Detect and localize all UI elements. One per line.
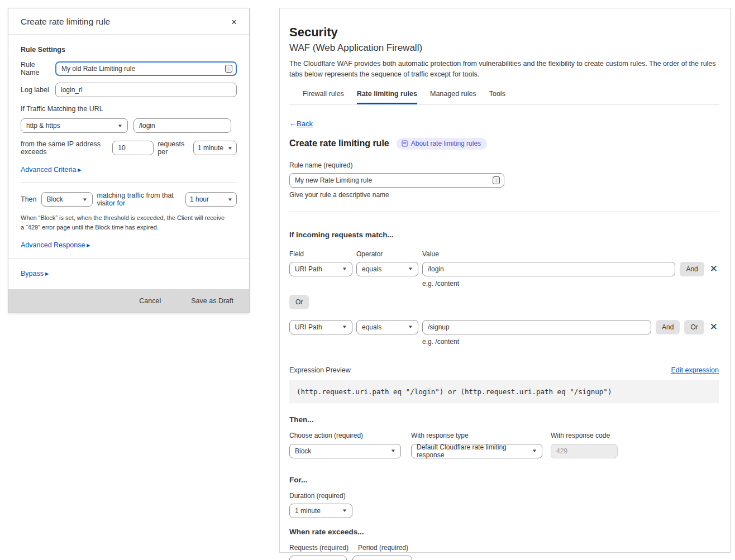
chevron-down-icon: ▼ — [342, 266, 347, 271]
threshold-prefix: from the same IP address exceeds — [21, 140, 108, 156]
and-button[interactable]: And — [656, 320, 680, 334]
modal-title: Create rate limiting rule — [21, 17, 110, 27]
rule-name-label: Rule Name — [21, 61, 55, 76]
period-label: Period (required) — [358, 544, 408, 552]
chevron-down-icon: ▼ — [390, 448, 396, 453]
field-select[interactable]: URI Path ▼ — [289, 320, 352, 334]
edit-expression-link[interactable]: Edit expression — [671, 366, 719, 374]
duration-label: Duration (required) — [289, 492, 719, 500]
then-heading: Then... — [289, 415, 719, 424]
block-duration-select[interactable]: 1 hour ▼ — [185, 192, 237, 207]
threshold-input[interactable] — [112, 141, 154, 155]
scheme-select[interactable]: http & https ▼ — [21, 118, 128, 133]
log-label-label: Log label — [21, 86, 55, 94]
period-select[interactable]: 1 minute ▼ — [193, 141, 237, 155]
threshold-mid: requests per — [157, 140, 189, 156]
then-label: Then — [21, 195, 37, 203]
chevron-down-icon: ▼ — [82, 197, 87, 202]
traffic-match-heading: If Traffic Matching the URL — [21, 105, 237, 113]
cancel-button[interactable]: Cancel — [136, 296, 164, 305]
or-connector-button[interactable]: Or — [289, 295, 309, 309]
requests-input[interactable] — [289, 556, 347, 560]
url-input[interactable] — [133, 118, 231, 133]
value-hint: e.g. /content — [422, 280, 719, 288]
advanced-response-link[interactable]: Advanced Response▶ — [21, 241, 90, 249]
security-waf-panel: Security WAF (Web Application Firewall) … — [279, 8, 731, 553]
caret-right-icon: ▶ — [87, 243, 90, 248]
remove-row-icon[interactable]: ✕ — [709, 264, 719, 274]
back-link[interactable]: ←Back — [289, 119, 313, 128]
chevron-down-icon: ▼ — [408, 324, 413, 329]
page-subtitle: WAF (Web Application Firewall) — [289, 42, 719, 54]
chevron-down-icon: ▼ — [342, 324, 347, 329]
chevron-down-icon: ▼ — [532, 448, 537, 453]
rate-heading: When rate exceeds... — [289, 528, 719, 536]
then-mid-label: matching traffic from that visitor for — [97, 192, 182, 207]
page-title: Security — [289, 25, 719, 40]
rule-name-input[interactable] — [55, 61, 237, 76]
response-code-input — [551, 444, 618, 458]
tab-rate-limiting-rules[interactable]: Rate limiting rules — [357, 90, 417, 104]
divider — [21, 182, 237, 183]
create-rate-limit-modal: Create rate limiting rule × Rule Setting… — [8, 8, 250, 313]
or-button[interactable]: Or — [684, 320, 704, 334]
rule-name-input[interactable] — [289, 173, 504, 188]
tab-managed-rules[interactable]: Managed rules — [430, 90, 476, 104]
chevron-down-icon: ▼ — [408, 266, 413, 271]
value-input[interactable] — [422, 262, 675, 276]
value-hint: e.g. /content — [422, 338, 719, 346]
close-icon[interactable]: × — [230, 17, 238, 27]
rule-row: URI Path ▼ equals ▼ And Or ✕ — [289, 320, 719, 334]
page-description: The Cloudflare WAF provides both automat… — [289, 59, 719, 80]
period-select[interactable]: 1 minute ▼ — [352, 556, 412, 560]
match-heading: If incoming requests match... — [289, 231, 719, 239]
response-type-select[interactable]: Default Cloudflare rate limiting respons… — [411, 444, 542, 458]
doc-icon — [402, 140, 408, 147]
form-title: Create rate limiting rule — [289, 138, 389, 149]
chevron-down-icon: ▼ — [342, 508, 347, 513]
and-button[interactable]: And — [680, 262, 704, 276]
expression-code: (http.request.uri.path eq "/login") or (… — [289, 380, 719, 403]
chevron-down-icon: ▼ — [227, 197, 233, 202]
operator-column-label: Operator — [356, 250, 422, 258]
log-label-input[interactable] — [55, 83, 237, 97]
autofill-icon[interactable]: ↓ — [225, 65, 232, 73]
waf-tabs: Firewall rules Rate limiting rules Manag… — [289, 90, 719, 104]
caret-right-icon: ▶ — [78, 167, 81, 173]
remove-row-icon[interactable]: ✕ — [709, 322, 719, 332]
response-type-label: With response type — [411, 432, 551, 439]
value-column-label: Value — [422, 250, 439, 258]
autofill-icon[interactable]: ↓ — [493, 176, 500, 184]
field-select[interactable]: URI Path ▼ — [289, 262, 352, 276]
about-rate-limiting-badge[interactable]: About rate limiting rules — [397, 138, 487, 150]
operator-select[interactable]: equals ▼ — [356, 262, 418, 276]
tab-firewall-rules[interactable]: Firewall rules — [303, 90, 344, 104]
duration-select[interactable]: 1 minute ▼ — [289, 504, 352, 518]
rule-name-help: Give your rule a descriptive name — [289, 191, 719, 199]
rule-name-label: Rule name (required) — [289, 161, 719, 169]
expression-preview-label: Expression Preview — [289, 366, 351, 374]
for-heading: For... — [289, 476, 719, 484]
caret-right-icon: ▶ — [45, 271, 49, 276]
response-code-label: With response code — [551, 432, 651, 439]
rule-row: URI Path ▼ equals ▼ And ✕ — [289, 262, 719, 276]
advanced-criteria-link[interactable]: Advanced Criteria▶ — [21, 166, 82, 174]
chevron-down-icon: ▼ — [227, 146, 233, 151]
rule-settings-heading: Rule Settings — [21, 46, 237, 54]
value-input[interactable] — [422, 320, 651, 334]
choose-action-label: Choose action (required) — [289, 432, 411, 439]
modal-header: Create rate limiting rule × — [8, 8, 249, 35]
requests-label: Requests (required) — [289, 544, 352, 552]
arrow-left-icon: ← — [289, 119, 297, 128]
bypass-link[interactable]: Bypass▶ — [21, 270, 49, 277]
modal-footer: Cancel Save as Draft — [8, 289, 249, 313]
operator-select[interactable]: equals ▼ — [356, 320, 418, 334]
action-select[interactable]: Block ▼ — [41, 192, 93, 207]
chevron-down-icon: ▼ — [117, 123, 123, 128]
divider — [289, 212, 719, 212]
block-note: When “Block” is set, when the threshold … — [21, 213, 228, 232]
field-column-label: Field — [289, 250, 356, 258]
action-select[interactable]: Block ▼ — [289, 444, 401, 458]
save-as-draft-button[interactable]: Save as Draft — [188, 296, 237, 305]
tab-tools[interactable]: Tools — [489, 90, 505, 104]
